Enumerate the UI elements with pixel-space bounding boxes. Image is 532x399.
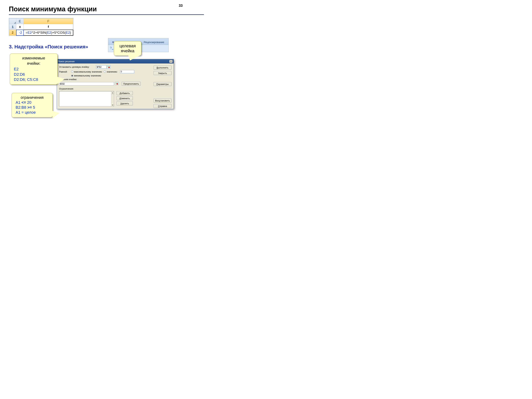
row-header-2[interactable]: 2 [9, 30, 16, 35]
constraint-line: B2:B8 >= 5 [16, 105, 49, 110]
target-cell-input[interactable] [96, 65, 107, 69]
radio-label: максимальному значению [74, 70, 102, 73]
svg-rect-1 [108, 67, 110, 68]
constraint-line: A1 = целое [16, 110, 49, 115]
page-number: 33 [179, 4, 183, 8]
range-picker-button[interactable] [107, 65, 110, 69]
col-header-f[interactable]: F [24, 19, 73, 24]
row-header-1[interactable]: 1 [9, 24, 16, 30]
callout-target-cell: целевая ячейка [114, 41, 141, 56]
changing-cells-input[interactable] [59, 82, 114, 85]
run-button[interactable]: Выполнить [154, 66, 171, 70]
restore-button[interactable]: Восстановить [154, 99, 171, 102]
callout-item: D2:D6 [14, 72, 54, 77]
dialog-title: Поиск решения [58, 60, 75, 63]
svg-rect-3 [117, 83, 118, 84]
callout-constraints: ограничения A1 <= 20 B2:B8 >= 5 A1 = цел… [12, 93, 53, 117]
callout-heading: ограничения [15, 95, 49, 100]
params-button[interactable]: Параметры [154, 82, 171, 86]
page-title: Поиск минимума функции [9, 5, 204, 13]
change-constraint-button[interactable]: Изменить [116, 96, 133, 100]
callout-item: E2 [14, 66, 54, 72]
range-picker-icon [108, 66, 110, 68]
radio-min[interactable]: минимальному значению [71, 74, 101, 77]
help-button[interactable]: Справка [154, 104, 171, 108]
constraints-listbox[interactable]: ▲ ▼ [59, 91, 114, 106]
set-target-label: Установить целевую ячейку: [59, 66, 95, 68]
question-arrow-icon: ?➔ [110, 46, 113, 51]
radio-max[interactable]: максимальному значению [71, 70, 102, 73]
callout-changing-cells: изменяемые ячейки: E2 D2:D6 D2:D6; C5:C8 [10, 54, 58, 85]
equal-label: Равной: [59, 70, 69, 73]
cell-e1[interactable]: x [16, 24, 24, 30]
range-picker-button[interactable] [115, 82, 119, 85]
callout-heading: изменяемые [13, 56, 54, 60]
guess-button[interactable]: Предположить [122, 82, 141, 86]
radio-label: минимальному значению [74, 74, 101, 77]
section-heading: 3. Надстройка «Поиск решения» [9, 44, 204, 50]
value-input[interactable] [120, 70, 134, 73]
close-dialog-button[interactable]: Закрыть [154, 71, 171, 75]
radio-icon [104, 70, 106, 73]
radio-icon [71, 70, 73, 73]
radio-label: значению: [107, 70, 118, 73]
cell-f2[interactable]: =E2^2+6*SIN(E2)+5*COS(E2) [24, 30, 73, 35]
col-header-e[interactable]: E [16, 19, 24, 24]
formula-text: =E2^2+6*SIN(E2)+5*COS(E2) [25, 31, 71, 34]
scroll-up-arrow[interactable]: ▲ [111, 91, 114, 94]
cell-e2[interactable]: -2 [16, 30, 24, 35]
callout-heading: ячейки: [13, 61, 54, 66]
delete-constraint-button[interactable]: Удалить [116, 101, 133, 105]
radio-value[interactable]: значению: [104, 70, 118, 73]
dialog-titlebar[interactable]: Поиск решения ✕ [57, 59, 174, 63]
select-all-corner[interactable] [9, 19, 16, 24]
ribbon-tab-review[interactable]: Рецензирование [141, 39, 167, 45]
dialog-right-buttons: Выполнить Закрыть Параметры Восстановить… [154, 66, 171, 108]
constraint-line: A1 <= 20 [16, 100, 49, 105]
add-constraint-button[interactable]: Добавить [116, 91, 133, 95]
range-picker-icon [116, 82, 118, 85]
close-button[interactable]: ✕ [169, 60, 172, 63]
cell-f1[interactable]: f [24, 24, 73, 30]
excel-snippet: E F 1 x f 2 -2 =E2^2+6*SIN(E2)+5*COS(E2) [9, 18, 73, 36]
title-underline [9, 14, 204, 15]
radio-icon [71, 75, 73, 77]
solver-dialog: Поиск решения ✕ Установить целевую ячейк… [57, 59, 174, 109]
callout-line: целевая [117, 44, 138, 48]
scrollbar[interactable]: ▲ ▼ [111, 91, 114, 107]
scroll-down-arrow[interactable]: ▼ [111, 104, 114, 107]
callout-item: D2:D6; C5:C8 [14, 77, 54, 82]
callout-line: ячейка [117, 48, 138, 53]
